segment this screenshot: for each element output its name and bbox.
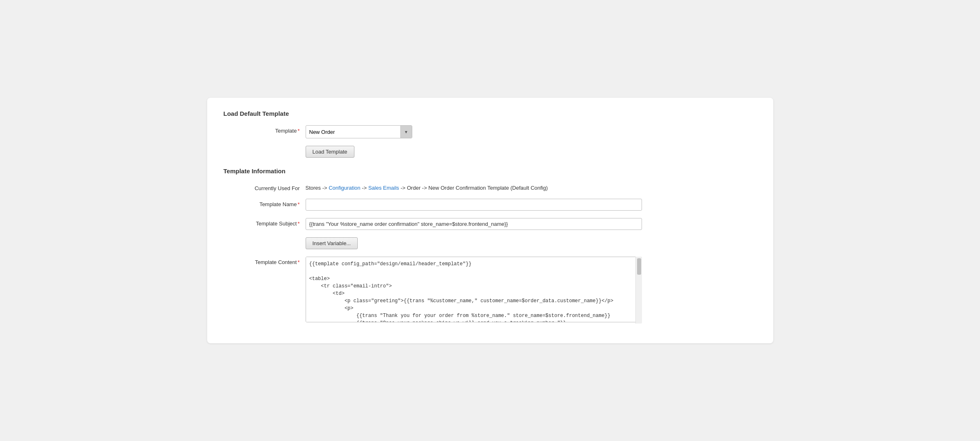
template-select-row: Template* New Order New Order for Guest … xyxy=(224,125,757,138)
main-card: Load Default Template Template* New Orde… xyxy=(207,98,773,343)
configuration-link[interactable]: Configuration xyxy=(329,185,360,191)
template-name-label: Template Name* xyxy=(224,199,306,207)
template-name-input[interactable] xyxy=(306,199,642,211)
template-content-row: Template Content* {{template config_path… xyxy=(224,257,757,324)
currently-used-label: Currently Used For xyxy=(224,183,306,191)
template-subject-input[interactable] xyxy=(306,218,642,230)
load-button-row: Load Template xyxy=(224,146,757,158)
template-name-row: Template Name* xyxy=(224,199,757,211)
template-content-label: Template Content* xyxy=(224,257,306,265)
scrollbar[interactable] xyxy=(635,257,642,324)
currently-used-value: Stores -> Configuration -> Sales Emails … xyxy=(306,183,642,191)
template-select[interactable]: New Order New Order for Guest Order Upda… xyxy=(306,126,400,138)
template-content-textarea-wrapper: {{template config_path="design/email/hea… xyxy=(306,257,642,324)
insert-variable-row: Insert Variable... xyxy=(224,237,757,249)
dropdown-arrow-icon: ▼ xyxy=(400,126,412,138)
insert-variable-button[interactable]: Insert Variable... xyxy=(306,237,358,249)
template-subject-row: Template Subject* xyxy=(224,218,757,230)
template-name-field-wrapper xyxy=(306,199,642,211)
template-info-title: Template Information xyxy=(224,168,757,175)
template-dropdown-wrapper: New Order New Order for Guest Order Upda… xyxy=(306,125,642,138)
template-dropdown[interactable]: New Order New Order for Guest Order Upda… xyxy=(306,125,412,138)
template-subject-label: Template Subject* xyxy=(224,218,306,227)
template-label: Template* xyxy=(224,125,306,134)
load-template-button[interactable]: Load Template xyxy=(306,146,354,158)
template-subject-field-wrapper xyxy=(306,218,642,230)
scrollbar-thumb xyxy=(637,258,641,275)
template-info-section: Template Information Currently Used For … xyxy=(224,168,757,324)
sales-emails-link[interactable]: Sales Emails xyxy=(368,185,399,191)
currently-used-row: Currently Used For Stores -> Configurati… xyxy=(224,183,757,191)
template-content-textarea[interactable]: {{template config_path="design/email/hea… xyxy=(306,257,642,322)
load-default-title: Load Default Template xyxy=(224,110,757,117)
template-content-field-wrapper: {{template config_path="design/email/hea… xyxy=(306,257,642,324)
load-default-section: Load Default Template Template* New Orde… xyxy=(224,110,757,158)
